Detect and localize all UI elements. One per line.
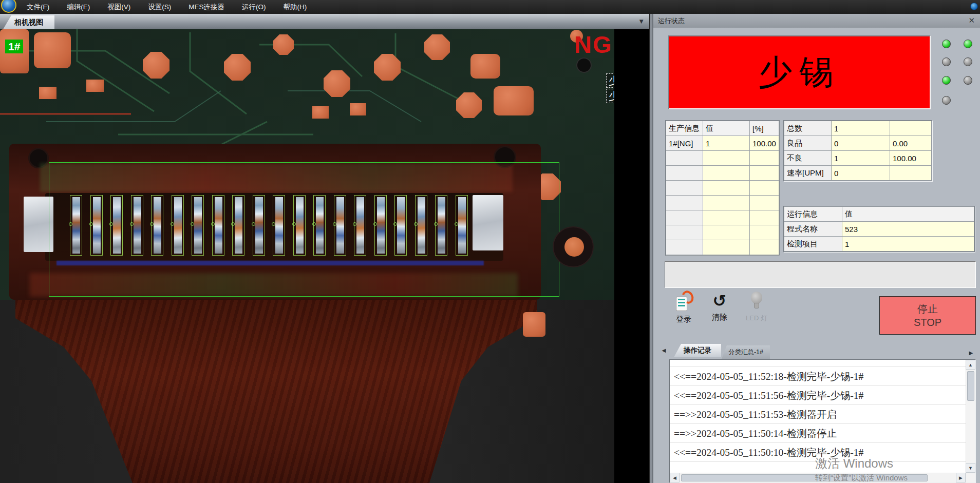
table-cell: 总数 <box>784 121 832 136</box>
table-cell <box>703 181 750 196</box>
id-badge-icon <box>675 292 692 312</box>
menu-view[interactable]: 视图(V) <box>107 3 130 12</box>
table-row: 1#[NG] 1 100.00 <box>666 136 779 151</box>
tab-classification-summary[interactable]: 分类汇总-1# <box>722 345 770 359</box>
log-row-partial <box>670 360 966 367</box>
scroll-up-icon[interactable]: ▲ <box>966 360 975 370</box>
menu-file[interactable]: 文件(F) <box>27 3 49 12</box>
scroll-down-icon[interactable]: ▼ <box>966 463 975 473</box>
scroll-right-icon[interactable]: ▶ <box>956 473 966 482</box>
table-row <box>666 196 779 210</box>
horizontal-scroll-thumb[interactable] <box>681 474 928 481</box>
table-cell: 0.00 <box>890 136 932 151</box>
menu-help[interactable]: 帮助(H) <box>284 3 307 12</box>
table-row <box>666 240 779 255</box>
table-cell: 良品 <box>784 136 832 151</box>
tab-camera-view[interactable]: 相机视图 <box>3 15 54 29</box>
table-cell <box>750 166 779 181</box>
menu-settings[interactable]: 设置(S) <box>148 3 171 12</box>
stop-button-label-cn: 停止 <box>917 302 938 316</box>
camera-region: 相机视图 ▼ <box>0 14 653 483</box>
panel-title-bar: 运行状态 ✕ <box>653 14 980 28</box>
status-led <box>942 57 951 66</box>
chevron-down-icon[interactable]: ▼ <box>638 17 645 25</box>
bulb-icon <box>750 292 763 311</box>
table-cell: 100.00 <box>890 151 932 166</box>
scroll-left-icon[interactable]: ◀ <box>670 473 680 482</box>
table-header-cell: 生产信息 <box>666 121 703 136</box>
vertical-scroll-thumb[interactable] <box>967 371 974 401</box>
log-row: <<==2024-05-05_11:50:10-检测完毕-少锡-1# <box>670 443 966 462</box>
copper-pad-octagon <box>424 34 450 60</box>
menu-edit[interactable]: 编辑(E) <box>67 3 90 12</box>
copper-pad <box>34 32 71 68</box>
table-cell <box>666 151 703 166</box>
tab-scroll-left-icon[interactable]: ◄ <box>661 346 667 354</box>
table-cell <box>703 210 750 225</box>
login-button[interactable]: 登录 <box>669 292 699 331</box>
log-row: ==>>2024-05-05_11:51:53-检测器开启 <box>670 405 966 424</box>
table-cell: 1#[NG] <box>666 136 703 151</box>
copper-pad <box>86 80 104 92</box>
table-cell <box>890 166 932 181</box>
panel-body: 少锡 生产信息 值 [%] 1#[NG] 1 10 <box>653 28 980 483</box>
table-header-cell: 运行信息 <box>784 207 842 222</box>
table-row <box>666 210 779 225</box>
status-led <box>942 40 951 48</box>
copper-pad-octagon <box>456 92 482 118</box>
table-cell: 1 <box>832 121 890 136</box>
table-cell <box>703 151 750 166</box>
copper-pad <box>350 103 366 115</box>
table-cell: 速率[UPM] <box>784 166 832 181</box>
table-cell: 1 <box>842 237 974 252</box>
inspection-result-label: NG <box>574 32 613 56</box>
table-row: 程式名称 523 <box>784 222 974 237</box>
defect-tag-list: 少锡 少锡 <box>606 73 614 104</box>
clear-button[interactable]: ↺ 清除 <box>705 292 734 331</box>
table-cell <box>666 240 703 255</box>
table-cell <box>750 225 779 240</box>
table-row: 良品 0 0.00 <box>784 136 932 151</box>
horizontal-scrollbar[interactable]: ◀ ▶ <box>670 473 966 482</box>
table-cell <box>703 166 750 181</box>
copper-pad <box>312 106 329 119</box>
table-row: 速率[UPM] 0 <box>784 166 932 181</box>
table-cell: 检测项目 <box>784 237 842 252</box>
production-table: 生产信息 值 [%] 1#[NG] 1 100.00 <box>666 121 779 255</box>
copper-pad <box>494 86 534 115</box>
camera-image: 1# NG 少锡 少锡 <box>0 29 614 483</box>
defect-tag: 少锡 <box>606 73 614 88</box>
table-cell: 0 <box>832 136 890 151</box>
table-cell: 0 <box>832 166 890 181</box>
tab-operation-log[interactable]: 操作记录 <box>674 344 721 357</box>
copper-pad <box>523 312 545 337</box>
menu-mes-connector[interactable]: MES连接器 <box>189 3 224 12</box>
tray-notification-icon[interactable] <box>970 3 978 10</box>
log-row: ==>>2024-05-05_11:50:14-检测器停止 <box>670 424 966 443</box>
defect-tag: 少锡 <box>606 89 614 103</box>
app-window: 文件(F) 编辑(E) 视图(V) 设置(S) MES连接器 运行(O) 帮助(… <box>0 0 980 483</box>
copper-pad <box>470 54 500 79</box>
status-led <box>964 40 972 48</box>
table-cell <box>750 240 779 255</box>
table-row <box>666 225 779 240</box>
clear-arrow-icon: ↺ <box>713 292 727 310</box>
table-cell <box>703 196 750 210</box>
status-led <box>964 57 972 66</box>
table-cell <box>666 166 703 181</box>
vertical-scrollbar[interactable]: ▲ ▼ <box>966 360 975 473</box>
led-light-button[interactable]: LED 灯 <box>742 292 771 331</box>
log-row: <<==2024-05-05_11:52:18-检测完毕-少锡-1# <box>670 367 966 386</box>
menu-run[interactable]: 运行(O) <box>242 3 266 12</box>
inspection-roi-rectangle <box>49 162 559 297</box>
tab-scroll-right-icon[interactable]: ► <box>968 349 974 357</box>
table-cell: 523 <box>842 222 974 237</box>
run-info-table: 运行信息 值 程式名称 523 检测项目 1 <box>784 206 974 252</box>
board-via-core <box>564 237 584 257</box>
stop-button[interactable]: 停止 STOP <box>879 296 976 335</box>
table-row: 不良 1 100.00 <box>784 151 932 166</box>
panel-splitter[interactable] <box>649 14 653 483</box>
operation-log-box: <<==2024-05-05_11:52:18-检测完毕-少锡-1# <<==2… <box>669 359 976 483</box>
table-cell <box>666 196 703 210</box>
close-icon[interactable]: ✕ <box>968 16 975 25</box>
